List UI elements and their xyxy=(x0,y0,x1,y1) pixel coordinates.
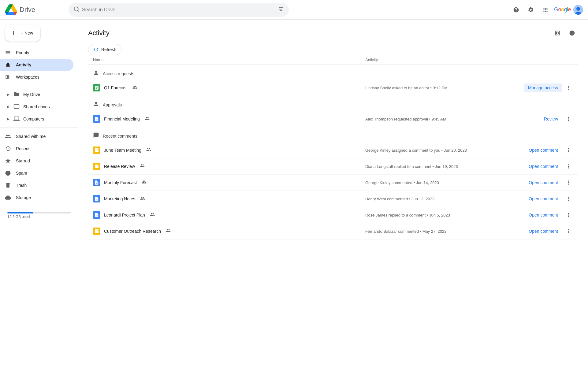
settings-button[interactable] xyxy=(525,4,537,16)
shared-icon-june xyxy=(146,147,151,153)
shared-icon-release xyxy=(140,163,145,169)
sidebar-item-storage[interactable]: Storage xyxy=(0,191,73,204)
more-button-financial[interactable] xyxy=(564,114,573,124)
file-name-leonardi-project-plan: Leonardi Project Plan xyxy=(104,213,145,217)
expand-arrow-my-drive: ▶ xyxy=(5,92,11,97)
spam-icon xyxy=(5,170,11,176)
docs-file-icon-monthly xyxy=(93,179,100,186)
search-filter-icon[interactable] xyxy=(278,6,284,13)
main-content: Activity Refresh Name Activity xyxy=(78,20,588,367)
file-row-monthly-forecast[interactable]: Monthly Forecast George Kinley commented… xyxy=(88,175,578,191)
info-button[interactable] xyxy=(566,27,578,39)
more-button-leonardi[interactable] xyxy=(564,210,573,220)
table-header: Name Activity xyxy=(88,55,578,65)
more-button-customer[interactable] xyxy=(564,226,573,236)
storage-used-text: 12.3 GB used xyxy=(7,215,71,219)
file-row-june-team-meeting[interactable]: June Team Meeting George Kinley assigned… xyxy=(88,142,578,158)
file-name-june-team-meeting: June Team Meeting xyxy=(104,148,141,153)
search-input[interactable] xyxy=(82,7,275,13)
help-button[interactable] xyxy=(510,4,522,16)
activity-monthly-forecast: George Kinley commented • Jun 14, 2023 xyxy=(365,180,518,185)
search-bar[interactable] xyxy=(69,3,289,17)
avatar[interactable] xyxy=(573,5,583,15)
review-button[interactable]: Review xyxy=(540,115,562,123)
open-comment-button-release[interactable]: Open comment xyxy=(524,162,562,171)
shared-icon-marketing xyxy=(140,196,145,202)
slides-file-icon-release xyxy=(93,163,100,170)
activity-customer-outreach: Fernando Salazar commented • May 27, 202… xyxy=(365,229,518,234)
sidebar-item-recent[interactable]: Recent xyxy=(0,143,73,155)
open-comment-button-leonardi[interactable]: Open comment xyxy=(524,211,562,219)
sidebar-divider-2 xyxy=(0,128,78,128)
file-row-marketing-notes[interactable]: Marketing Notes Henry West commented • J… xyxy=(88,191,578,207)
computers-icon xyxy=(13,116,20,123)
file-name-marketing-notes: Marketing Notes xyxy=(104,196,135,201)
sidebar-item-my-drive[interactable]: ▶ My Drive xyxy=(0,88,73,101)
docs-file-icon-leonardi xyxy=(93,211,100,219)
main-header: Activity xyxy=(88,27,578,39)
more-button-release[interactable] xyxy=(564,161,573,171)
file-row-leonardi-project-plan[interactable]: Leonardi Project Plan Rose James replied… xyxy=(88,207,578,223)
sidebar-item-priority[interactable]: Priority xyxy=(0,46,73,59)
file-name-q1-forecast: Q1 Forecast xyxy=(104,85,128,90)
more-button-june[interactable] xyxy=(564,145,573,155)
svg-point-0 xyxy=(74,7,78,11)
recent-icon xyxy=(5,146,11,152)
search-icon xyxy=(73,6,80,13)
sidebar: + New Priority Activity Workspaces xyxy=(0,20,78,367)
slides-file-icon-june xyxy=(93,146,100,154)
sidebar-item-activity[interactable]: Activity xyxy=(0,59,73,71)
storage-bar-fill xyxy=(7,212,33,213)
sidebar-item-computers[interactable]: ▶ Computers xyxy=(0,113,73,125)
activity-marketing-notes: Henry West commented • Jun 12, 2023 xyxy=(365,197,518,201)
storage-icon xyxy=(5,195,11,201)
shared-drives-icon xyxy=(13,103,20,110)
my-drive-icon xyxy=(13,91,20,98)
main-header-actions xyxy=(551,27,578,39)
file-row-release-review[interactable]: Release Review Diana Longstaff replied t… xyxy=(88,158,578,175)
more-button-monthly[interactable] xyxy=(564,178,573,187)
file-name-monthly-forecast: Monthly Forecast xyxy=(104,180,137,185)
open-comment-button-customer[interactable]: Open comment xyxy=(524,227,562,235)
more-button-q1-forecast[interactable] xyxy=(564,83,573,93)
open-comment-button-monthly[interactable]: Open comment xyxy=(524,178,562,187)
open-comment-button-marketing[interactable]: Open comment xyxy=(524,195,562,203)
activity-release-review: Diana Longstaff replied to a comment • J… xyxy=(365,164,518,169)
sidebar-item-trash[interactable]: Trash xyxy=(0,179,73,191)
refresh-button[interactable]: Refresh xyxy=(88,44,121,55)
more-button-marketing[interactable] xyxy=(564,194,573,204)
grid-view-button[interactable] xyxy=(551,27,564,39)
shared-icon-monthly xyxy=(142,180,147,186)
docs-file-icon-financial xyxy=(93,115,100,123)
sheets-file-icon xyxy=(93,84,100,91)
sidebar-item-shared-with-me[interactable]: Shared with me xyxy=(0,130,73,143)
activity-june-team-meeting: George Kinley assigned a comment to you … xyxy=(365,148,518,153)
file-name-financial-modeling: Financial Modeling xyxy=(104,117,140,121)
shared-icon-leonardi xyxy=(150,212,155,218)
slides-file-icon-customer xyxy=(93,228,100,235)
approvals-icon xyxy=(93,101,99,109)
sidebar-item-shared-drives[interactable]: ▶ Shared drives xyxy=(0,101,73,113)
file-row-q1-forecast[interactable]: Q1 Forecast Lindsay Shelly asked to be a… xyxy=(88,80,578,96)
docs-file-icon-marketing xyxy=(93,195,100,202)
section-recent-comments: Recent comments xyxy=(88,127,578,142)
sidebar-section-top: Priority Activity Workspaces xyxy=(0,46,78,83)
google-logo: Google xyxy=(554,6,571,13)
priority-icon xyxy=(5,50,11,56)
apps-button[interactable] xyxy=(539,4,552,16)
file-name-customer-outreach: Customer Outreach Research xyxy=(104,229,161,234)
sidebar-item-starred[interactable]: Starred xyxy=(0,155,73,167)
file-row-customer-outreach-research[interactable]: Customer Outreach Research Fernando Sala… xyxy=(88,223,578,239)
file-name-release-review: Release Review xyxy=(104,164,135,169)
drive-logo-icon xyxy=(5,4,17,16)
open-comment-button-june[interactable]: Open comment xyxy=(524,146,562,154)
header-actions: Google xyxy=(510,4,583,16)
file-row-financial-modeling[interactable]: Financial Modeling Alex Thompson request… xyxy=(88,111,578,127)
sidebar-item-spam[interactable]: Spam xyxy=(0,167,73,179)
new-button[interactable]: + New xyxy=(5,24,40,42)
manage-access-button[interactable]: Manage access xyxy=(524,83,562,92)
sidebar-item-workspaces[interactable]: Workspaces xyxy=(0,71,73,83)
expand-arrow-computers: ▶ xyxy=(5,117,11,121)
sidebar-divider-1 xyxy=(0,86,78,86)
activity-icon xyxy=(5,62,11,68)
